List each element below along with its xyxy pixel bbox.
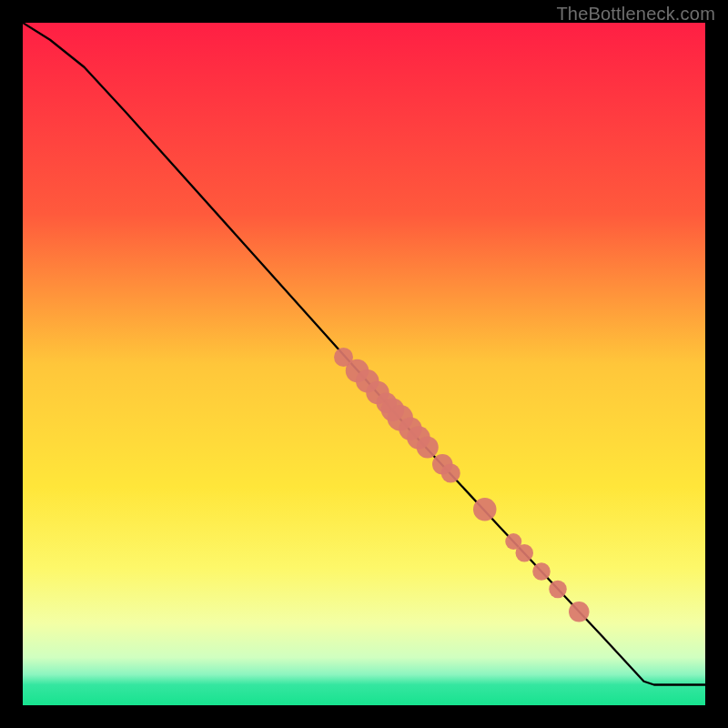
data-point <box>532 562 551 581</box>
data-point <box>441 464 460 483</box>
data-point <box>569 602 590 622</box>
data-point <box>516 544 534 562</box>
watermark-text: TheBottleneck.com <box>556 4 715 25</box>
data-point <box>417 437 439 459</box>
plot-area <box>23 23 705 705</box>
chart-svg <box>23 23 705 705</box>
data-point <box>549 581 567 599</box>
chart-frame: TheBottleneck.com <box>0 0 728 728</box>
data-point <box>473 498 497 521</box>
